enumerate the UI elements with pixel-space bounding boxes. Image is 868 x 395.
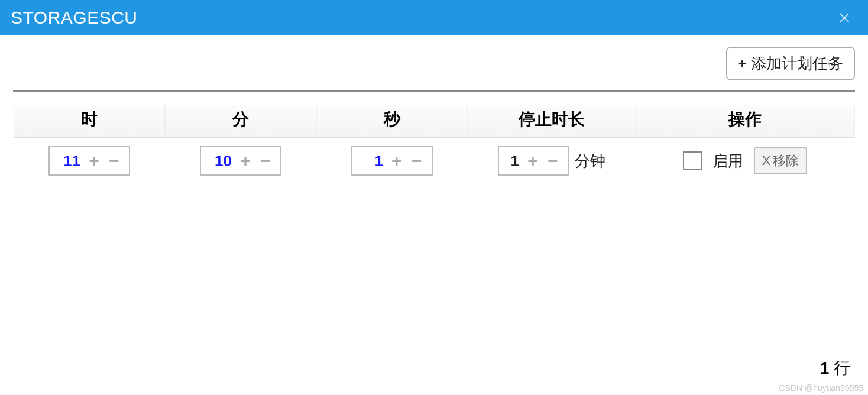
minute-value: 10 <box>201 152 235 170</box>
plus-icon[interactable]: + <box>523 152 543 170</box>
row-count-unit: 行 <box>834 359 850 377</box>
hour-stepper[interactable]: 11 + − <box>48 146 130 176</box>
enable-label: 启用 <box>712 151 743 171</box>
header-second: 秒 <box>316 105 468 137</box>
minute-stepper[interactable]: 10 + − <box>200 146 281 176</box>
hour-value: 11 <box>50 152 84 170</box>
plus-icon[interactable]: + <box>387 152 407 170</box>
divider <box>13 90 855 92</box>
header-hour: 时 <box>14 105 165 137</box>
remove-button[interactable]: X 移除 <box>754 147 808 174</box>
schedule-table: 时 分 秒 停止时长 操作 11 + − 10 <box>13 105 855 182</box>
content-area: + 添加计划任务 时 分 秒 停止时长 操作 11 + − <box>0 35 868 182</box>
minus-icon[interactable]: − <box>104 152 124 170</box>
watermark: CSDN @huyuan55555 <box>779 383 863 393</box>
titlebar: STORAGESCU <box>0 0 868 35</box>
add-schedule-button[interactable]: + 添加计划任务 <box>726 47 855 80</box>
close-button[interactable] <box>833 6 856 30</box>
minus-icon[interactable]: − <box>407 152 427 170</box>
table-row: 11 + − 10 + − 1 + − <box>14 137 854 182</box>
toolbar: + 添加计划任务 <box>13 47 855 80</box>
plus-icon[interactable]: + <box>235 152 255 170</box>
minus-icon[interactable]: − <box>255 152 276 170</box>
x-icon: X <box>762 153 771 169</box>
minus-icon[interactable]: − <box>543 152 563 170</box>
second-value: 1 <box>352 152 387 170</box>
stop-duration-unit: 分钟 <box>575 151 605 171</box>
header-actions: 操作 <box>636 105 854 137</box>
window-title: STORAGESCU <box>11 8 138 28</box>
row-count-footer: 1 行 <box>820 357 850 380</box>
stop-duration-stepper[interactable]: 1 + − <box>498 146 569 176</box>
row-count-value: 1 <box>820 359 830 377</box>
stop-duration-value: 1 <box>499 152 523 170</box>
plus-icon[interactable]: + <box>84 152 104 170</box>
remove-label: 移除 <box>773 152 799 170</box>
enable-checkbox[interactable] <box>683 151 702 170</box>
second-stepper[interactable]: 1 + − <box>351 146 433 176</box>
header-stop-duration: 停止时长 <box>468 105 636 137</box>
header-minute: 分 <box>165 105 316 137</box>
close-icon <box>838 11 851 24</box>
